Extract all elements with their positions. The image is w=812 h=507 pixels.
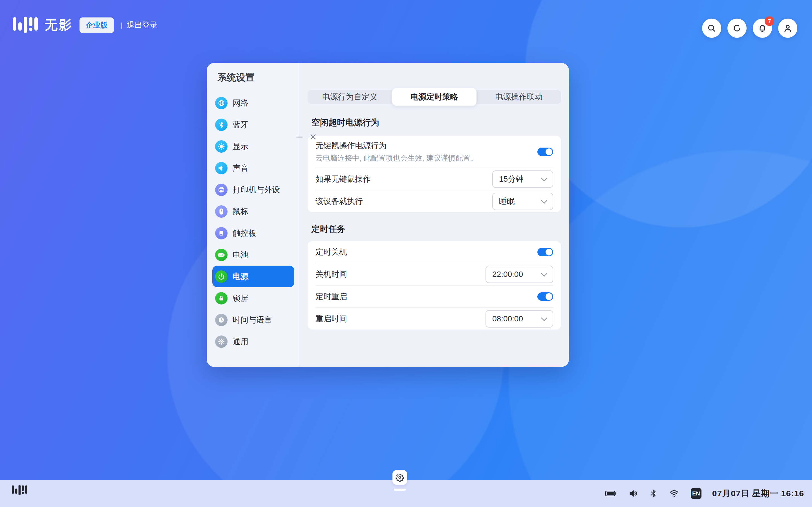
wuying-taskbar-icon[interactable] [12, 485, 28, 496]
tab-power-behavior-custom[interactable]: 电源行为自定义 [308, 90, 392, 104]
mouse-icon [218, 208, 225, 215]
setting-row-scheduled-shutdown: 定时关机 [315, 241, 553, 263]
trackpad-icon [218, 230, 225, 237]
settings-sidebar: 系统设置 网络 蓝牙 显示 声音 打印机与外设 [207, 63, 299, 367]
scheduled-shutdown-toggle[interactable] [538, 248, 553, 256]
idle-action-dropdown[interactable]: 睡眠 [492, 193, 553, 210]
globe-icon [218, 100, 225, 107]
setting-row-scheduled-restart: 定时重启 [315, 285, 553, 307]
idle-duration-dropdown[interactable]: 15分钟 [492, 170, 553, 188]
bluetooth-icon [218, 121, 225, 128]
restart-time-dropdown[interactable]: 08:00:00 [486, 310, 553, 328]
input-method-badge[interactable]: EN [691, 488, 702, 499]
idle-timeout-card: 无键鼠操作电源行为 云电脑连接中, 此配置项也会生效, 建议谨慎配置。 如果无键… [308, 136, 561, 212]
row-label: 该设备就执行 [315, 196, 363, 207]
lock-icon [218, 295, 225, 302]
brightness-icon [218, 143, 225, 150]
section-heading-scheduled-tasks: 定时任务 [312, 223, 561, 235]
brand-area: 无影 企业版 | 退出登录 [13, 16, 157, 34]
row-label: 如果无键鼠操作 [315, 174, 371, 184]
row-label: 重启时间 [315, 314, 347, 324]
wuying-logo-icon [13, 17, 38, 34]
printer-icon [218, 186, 225, 193]
setting-row-idle-action: 该设备就执行 睡眠 [315, 190, 553, 212]
volume-icon[interactable] [628, 489, 638, 498]
bell-icon [758, 24, 767, 33]
brand-name: 无影 [45, 16, 73, 34]
setting-row-shutdown-time: 关机时间 22:00:00 [315, 263, 553, 285]
row-label: 定时重启 [315, 291, 347, 302]
sidebar-item-sound[interactable]: 声音 [212, 157, 294, 179]
wifi-icon[interactable] [668, 489, 680, 498]
refresh-icon [732, 24, 742, 33]
sidebar-item-general[interactable]: 通用 [212, 331, 294, 352]
sidebar-item-bluetooth[interactable]: 蓝牙 [212, 114, 294, 135]
dock-center [393, 470, 407, 491]
window-title: 系统设置 [217, 71, 255, 84]
search-button[interactable] [702, 18, 721, 38]
system-tray: EN 07月07日 星期一 16:16 [605, 480, 804, 507]
chevron-down-icon [541, 197, 548, 204]
no-input-power-behavior-toggle[interactable] [538, 148, 553, 156]
sidebar-list: 网络 蓝牙 显示 声音 打印机与外设 鼠标 [212, 92, 294, 352]
sidebar-item-time-language[interactable]: 时间与语言 [212, 309, 294, 331]
divider: | [121, 21, 122, 29]
close-button[interactable] [309, 133, 317, 140]
sidebar-item-printers[interactable]: 打印机与外设 [212, 179, 294, 201]
sidebar-item-trackpad[interactable]: 触控板 [212, 222, 294, 244]
chevron-down-icon [541, 175, 548, 181]
section-heading-idle-timeout: 空闲超时电源行为 [312, 117, 561, 128]
top-bar: 无影 企业版 | 退出登录 7 [0, 0, 812, 51]
bluetooth-icon[interactable] [649, 489, 658, 499]
active-app-indicator [394, 489, 406, 491]
power-icon [218, 273, 225, 280]
gear-icon [218, 338, 225, 345]
topbar-actions: 7 [702, 18, 797, 38]
chevron-down-icon [541, 270, 548, 277]
speaker-icon [218, 165, 225, 172]
sidebar-item-display[interactable]: 显示 [212, 135, 294, 157]
scheduled-restart-toggle[interactable] [538, 292, 553, 301]
notifications-button[interactable]: 7 [753, 18, 772, 38]
taskbar: EN 07月07日 星期一 16:16 [0, 480, 812, 507]
minimize-button[interactable] [296, 133, 303, 140]
user-icon [783, 23, 793, 33]
setting-row-idle-duration: 如果无键鼠操作 15分钟 [315, 168, 553, 190]
row-label: 定时关机 [315, 247, 347, 258]
clock-icon [218, 316, 225, 324]
system-settings-window: 系统设置 网络 蓝牙 显示 声音 打印机与外设 [207, 63, 569, 367]
sidebar-item-mouse[interactable]: 鼠标 [212, 201, 294, 222]
tab-power-schedule-policy[interactable]: 电源定时策略 [392, 88, 477, 106]
settings-dock-button[interactable] [393, 470, 407, 485]
sidebar-item-network[interactable]: 网络 [212, 92, 294, 114]
chevron-down-icon [541, 315, 548, 321]
search-icon [707, 24, 716, 33]
settings-content: 电源行为自定义 电源定时策略 电源操作联动 空闲超时电源行为 无键鼠操作电源行为… [299, 63, 569, 367]
edition-badge: 企业版 [80, 17, 114, 33]
taskbar-clock[interactable]: 07月07日 星期一 16:16 [712, 488, 804, 499]
setting-row-restart-time: 重启时间 08:00:00 [315, 307, 553, 330]
shutdown-time-dropdown[interactable]: 22:00:00 [486, 266, 553, 283]
battery-icon[interactable] [605, 489, 617, 498]
refresh-button[interactable] [727, 18, 747, 38]
sidebar-item-battery[interactable]: 电池 [212, 244, 294, 266]
sidebar-item-lockscreen[interactable]: 锁屏 [212, 287, 294, 309]
power-tabbar: 电源行为自定义 电源定时策略 电源操作联动 [308, 90, 561, 104]
gear-icon [396, 473, 404, 482]
tab-power-action-linkage[interactable]: 电源操作联动 [476, 90, 561, 104]
minimize-icon [296, 136, 303, 137]
account-button[interactable] [778, 18, 797, 38]
logout-button[interactable]: 退出登录 [127, 20, 157, 30]
row-sublabel: 云电脑连接中, 此配置项也会生效, 建议谨慎配置。 [315, 153, 477, 163]
notification-count-badge: 7 [765, 16, 774, 26]
sidebar-item-power[interactable]: 电源 [212, 266, 294, 287]
scheduled-tasks-card: 定时关机 关机时间 22:00:00 定时重启 重启时间 08:00:00 [308, 241, 561, 330]
setting-row-no-input-power-behavior: 无键鼠操作电源行为 云电脑连接中, 此配置项也会生效, 建议谨慎配置。 [315, 136, 553, 168]
row-label: 无键鼠操作电源行为 [315, 140, 477, 151]
battery-icon [217, 251, 225, 259]
row-label: 关机时间 [315, 269, 347, 280]
